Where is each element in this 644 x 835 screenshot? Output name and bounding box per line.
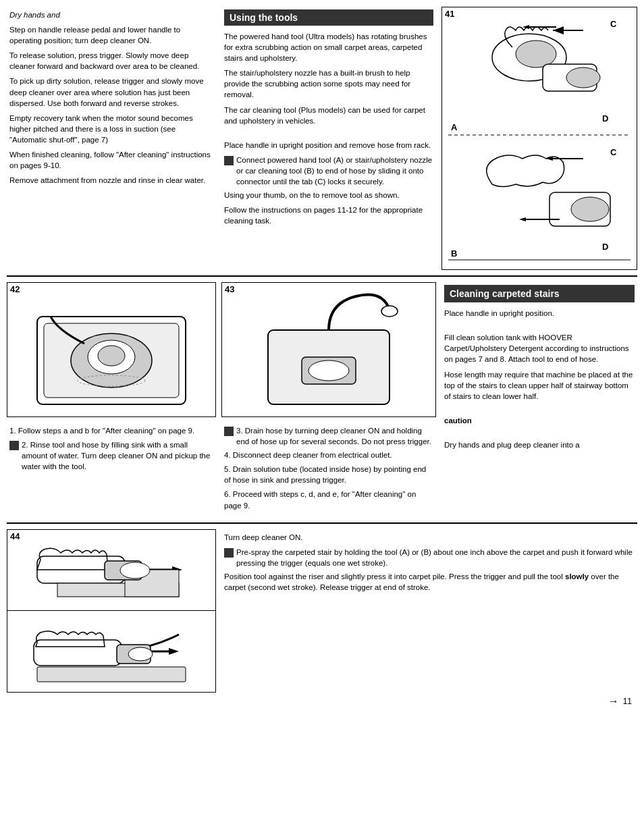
fig42-svg — [17, 290, 206, 411]
svg-point-19 — [571, 197, 609, 221]
place-handle-upright: Place handle in upright position. — [444, 308, 635, 319]
bot-section: 44 — [7, 529, 637, 693]
top-section: Dry hands and Step on handle release ped… — [7, 7, 637, 277]
page: Dry hands and Step on handle release ped… — [7, 7, 637, 710]
mid-col-top: Using the tools The powered hand tool (U… — [221, 7, 436, 270]
svg-rect-42 — [37, 667, 186, 682]
connect-tool-text: Connect powered hand tool (A) or stair/u… — [236, 155, 433, 187]
fig43-illustration — [222, 283, 435, 418]
mid-col-mid-text: 3. Drain hose by turning deep cleaner ON… — [221, 423, 436, 517]
svg-point-26 — [98, 346, 125, 366]
using-tools-header: Using the tools — [224, 9, 433, 26]
remove-attachment-text: Remove attachment from nozzle and rinse … — [9, 175, 213, 186]
svg-point-44 — [128, 647, 153, 661]
fill-clean-solution: Fill clean solution tank with HOOVER Car… — [444, 332, 635, 365]
step2-item: 2. Rinse tool and hose by filling sink w… — [9, 439, 213, 472]
connect-tool-item: Connect powered hand tool (A) or stair/u… — [224, 155, 433, 187]
step3-item: 3. Drain hose by turning deep cleaner ON… — [224, 425, 433, 447]
stair-nozzle-text: The stair/upholstery nozzle has a built-… — [224, 68, 433, 100]
fig44-top-illustration — [7, 530, 215, 611]
fig44-bot-svg — [17, 614, 206, 689]
step5-text: 5. Drain solution tube (located inside h… — [224, 464, 433, 485]
pre-spray-item: Pre-spray the carpeted stair by holding … — [224, 547, 635, 568]
svg-marker-40 — [169, 648, 179, 655]
fig42-box: 42 — [7, 282, 216, 417]
svg-point-38 — [120, 562, 150, 578]
fig41-illustration: A B C D — [445, 10, 634, 267]
using-thumb-span: Using your thumb, — [224, 191, 287, 199]
svg-rect-41 — [34, 640, 122, 666]
step6-text: 6. Proceed with steps c, d, and e, for "… — [224, 489, 433, 510]
step4-text: 4. Disconnect deep cleaner from electric… — [224, 450, 433, 460]
fig43-label: 43 — [225, 284, 234, 294]
fig42-illustration — [7, 283, 215, 418]
svg-text:B: B — [451, 248, 457, 259]
right-mid-col: Cleaning carpeted stairs Place handle in… — [441, 282, 637, 517]
step-handle-text: Step on handle release pedal and lower h… — [9, 24, 213, 46]
arrow-right-icon: → — [608, 695, 619, 707]
svg-text:D: D — [602, 242, 608, 252]
left-col-mid-text: 1. Follow steps a and b for "After clean… — [7, 423, 216, 477]
dry-hands-plug-text: Dry hands and plug deep cleaner into a — [444, 439, 635, 450]
car-cleaning-text: The car cleaning tool (Plus models) can … — [224, 105, 433, 126]
svg-text:D: D — [602, 113, 608, 124]
fig41-box: 41 A B — [441, 7, 637, 270]
fig44-top-svg — [17, 533, 206, 607]
fig44-bot-illustration — [7, 611, 215, 692]
left-col-top: Dry hands and Step on handle release ped… — [7, 7, 216, 270]
mid-section: 42 — [7, 282, 637, 524]
step2-bullet-icon — [9, 441, 19, 450]
fig43-svg — [234, 290, 423, 411]
on-the-span: on the — [290, 191, 311, 199]
slowly-emphasis: slowly — [565, 572, 589, 581]
position-tool-text: Position tool against the riser and slig… — [224, 571, 635, 593]
using-thumb-text: Using your thumb, on the to remove tool … — [224, 190, 433, 200]
page-number-row: → 11 — [7, 693, 637, 710]
svg-point-29 — [381, 306, 398, 317]
pre-spray-text: Pre-spray the carpeted stair by holding … — [236, 547, 635, 568]
page-number: 11 — [623, 697, 632, 706]
place-handle-text: Place handle in upright position and rem… — [224, 140, 433, 151]
cleaning-stairs-header: Cleaning carpeted stairs — [444, 285, 635, 302]
bot-right-col: Turn deep cleaner ON. Pre-spray the carp… — [221, 529, 637, 693]
svg-text:A: A — [451, 122, 458, 132]
mid-mid-col: 43 — [221, 282, 436, 517]
fig42-label: 42 — [10, 284, 20, 294]
pickup-dirty-text: To pick up dirty solution, release trigg… — [9, 76, 213, 108]
empty-recovery-text: Empty recovery tank when the motor sound… — [9, 113, 213, 145]
fig43-box: 43 — [221, 282, 436, 417]
pre-spray-bullet-icon — [224, 548, 234, 558]
fig44-box: 44 — [7, 529, 216, 693]
fig41-svg: A B C D — [448, 10, 630, 267]
hose-length-text: Hose length may require that machine be … — [444, 369, 635, 402]
finished-cleaning-text: When finished cleaning, follow "After cl… — [9, 149, 213, 171]
svg-text:C: C — [610, 19, 617, 29]
step1-text: 1. Follow steps a and b for "After clean… — [9, 425, 213, 436]
svg-point-31 — [308, 360, 349, 381]
svg-point-9 — [516, 41, 556, 68]
dry-hands-text: Dry hands and — [9, 9, 213, 20]
step3-bullet-icon — [224, 427, 234, 436]
step3-text: 3. Drain hose by turning deep cleaner ON… — [236, 425, 433, 447]
svg-point-11 — [566, 68, 600, 88]
powered-hand-tool-text: The powered hand tool (Ultra models) has… — [224, 31, 433, 63]
pre-spray-span: Pre-spray the carpeted stair by holding … — [236, 548, 633, 567]
follow-instructions-text: Follow the instructions on pages 11-12 f… — [224, 205, 433, 226]
release-solution-text: To release solution, press trigger. Slow… — [9, 50, 213, 72]
left-mid-col: 42 — [7, 282, 216, 517]
turn-on-text: Turn deep cleaner ON. — [224, 532, 635, 543]
bullet-icon — [224, 156, 234, 165]
to-remove-span: to remove tool as shown. — [313, 191, 400, 199]
svg-marker-21 — [519, 217, 526, 221]
svg-text:C: C — [610, 147, 617, 157]
step2-text: 2. Rinse tool and hose by filling sink w… — [22, 439, 213, 472]
caution-label: caution — [444, 415, 635, 426]
